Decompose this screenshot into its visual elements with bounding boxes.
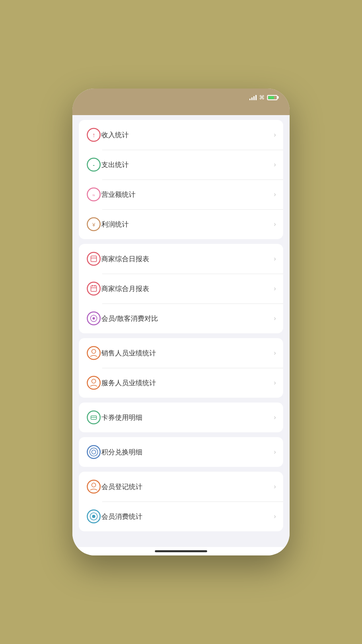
menu-group-group3: 销售人员业绩统计 › 服务人员业绩统计 ›: [79, 338, 283, 398]
menu-item-profit[interactable]: ¥ 利润统计 ›: [79, 209, 283, 239]
svg-point-11: [87, 282, 100, 295]
chevron-right-icon: ›: [274, 131, 276, 138]
svg-rect-12: [91, 286, 97, 291]
wifi-icon: ⌘: [259, 94, 265, 101]
menu-item-member-compare[interactable]: 会员/散客消费对比 ›: [79, 303, 283, 333]
svg-point-33: [92, 515, 95, 518]
menu-group-group4: 卡券使用明细 ›: [79, 402, 283, 432]
menu-item-points-exchange[interactable]: 积分兑换明细 ›: [79, 437, 283, 467]
svg-point-20: [92, 349, 96, 353]
menu-label-income: 收入统计: [101, 130, 274, 140]
menu-icon-sales-perf: [86, 345, 101, 361]
menu-item-monthly-report[interactable]: 商家综合月报表 ›: [79, 274, 283, 303]
menu-icon-points-exchange: [86, 444, 101, 460]
svg-point-26: [87, 446, 100, 458]
signal-icon: [249, 95, 257, 100]
menu-label-card-detail: 卡券使用明细: [101, 413, 274, 422]
chevron-right-icon: ›: [274, 221, 276, 228]
chevron-right-icon: ›: [274, 315, 276, 322]
menu-label-sales-perf: 销售人员业绩统计: [101, 349, 274, 358]
svg-point-28: [92, 450, 96, 454]
menu-group-group2: 商家综合日报表 › 商家综合月报表 › 会员/散客消费对比 ›: [79, 244, 283, 333]
menu-label-member-register: 会员登记统计: [101, 482, 274, 491]
menu-item-daily-report[interactable]: 商家综合日报表 ›: [79, 244, 283, 274]
menu-item-revenue[interactable]: ≈ 营业额统计 ›: [79, 180, 283, 209]
menu-label-points-exchange: 积分兑换明细: [101, 448, 274, 457]
chevron-right-icon: ›: [274, 285, 276, 292]
menu-item-sales-perf[interactable]: 销售人员业绩统计 ›: [79, 338, 283, 368]
menu-item-member-consume[interactable]: 会员消费统计 ›: [79, 502, 283, 531]
nav-bar: [72, 105, 290, 115]
menu-icon-monthly-report: [86, 281, 101, 296]
menu-label-expense: 支出统计: [101, 160, 274, 169]
menu-icon-profit: ¥: [86, 217, 101, 232]
svg-point-21: [87, 376, 100, 389]
menu-label-monthly-report: 商家综合月报表: [101, 284, 274, 293]
svg-text:¥: ¥: [92, 222, 95, 228]
chevron-right-icon: ›: [274, 379, 276, 386]
home-indicator: [72, 547, 290, 555]
menu-icon-service-perf: [86, 375, 101, 390]
menu-label-service-perf: 服务人员业绩统计: [101, 378, 274, 388]
svg-point-8: [87, 252, 100, 265]
menu-group-group1: ↑ 收入统计 › - 支出统计 › ≈ 营业额统计 › ¥ 利润统计 ›: [79, 120, 283, 239]
chevron-right-icon: ›: [274, 448, 276, 456]
menu-icon-daily-report: [86, 251, 101, 266]
menu-item-card-detail[interactable]: 卡券使用明细 ›: [79, 402, 283, 432]
menu-icon-card-detail: [86, 410, 101, 425]
menu-item-income[interactable]: ↑ 收入统计 ›: [79, 120, 283, 150]
menu-label-revenue: 营业额统计: [101, 190, 274, 199]
menu-icon-revenue: ≈: [86, 187, 101, 202]
chevron-right-icon: ›: [274, 349, 276, 357]
svg-point-27: [90, 448, 98, 456]
menu-icon-expense: -: [86, 157, 101, 172]
menu-icon-member-compare: [86, 311, 101, 326]
phone-frame: ⌘ ↑ 收入统计 › - 支出统计 › ≈ 营业额统计: [72, 89, 290, 555]
chevron-right-icon: ›: [274, 483, 276, 490]
svg-text:↑: ↑: [92, 132, 95, 138]
chevron-right-icon: ›: [274, 161, 276, 168]
svg-text:-: -: [93, 162, 95, 168]
menu-group-group6: 会员登记统计 › 会员消费统计 ›: [79, 472, 283, 531]
svg-point-19: [87, 347, 100, 359]
svg-point-18: [93, 317, 95, 320]
menu-icon-member-consume: [86, 509, 101, 524]
status-bar: ⌘: [72, 89, 290, 105]
menu-label-daily-report: 商家综合日报表: [101, 254, 274, 264]
chevron-right-icon: ›: [274, 191, 276, 198]
menu-icon-member-register: [86, 479, 101, 494]
battery-icon: [267, 95, 278, 100]
chevron-right-icon: ›: [274, 255, 276, 262]
svg-point-29: [87, 480, 100, 493]
menu-item-service-perf[interactable]: 服务人员业绩统计 ›: [79, 368, 283, 398]
svg-point-22: [92, 379, 96, 383]
svg-rect-9: [91, 256, 97, 262]
menu-label-profit: 利润统计: [101, 220, 274, 229]
svg-point-30: [92, 483, 96, 487]
menu-item-member-register[interactable]: 会员登记统计 ›: [79, 472, 283, 502]
chevron-right-icon: ›: [274, 414, 276, 421]
svg-text:≈: ≈: [93, 192, 95, 198]
menu-label-member-compare: 会员/散客消费对比: [101, 314, 274, 323]
menu-item-expense[interactable]: - 支出统计 ›: [79, 150, 283, 180]
menu-group-group5: 积分兑换明细 ›: [79, 437, 283, 467]
content-area: ↑ 收入统计 › - 支出统计 › ≈ 营业额统计 › ¥ 利润统计 ›: [72, 115, 290, 547]
menu-label-member-consume: 会员消费统计: [101, 512, 274, 521]
home-bar: [155, 550, 207, 552]
chevron-right-icon: ›: [274, 513, 276, 520]
menu-icon-income: ↑: [86, 127, 101, 142]
status-icons: ⌘: [249, 94, 278, 101]
